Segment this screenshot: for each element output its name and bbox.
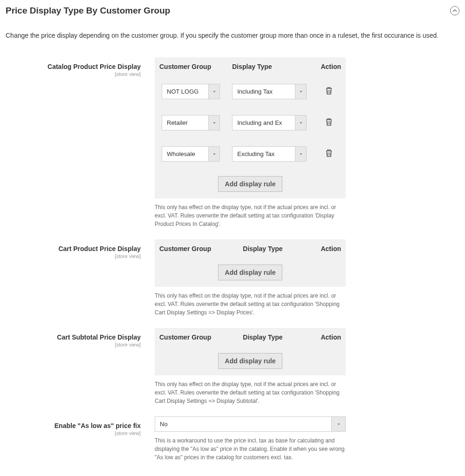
cart-help-text: This only has effect on the display type…: [155, 292, 346, 317]
catalog-rules-table: Customer Group Display Type Action NOT L…: [155, 57, 346, 198]
header-group: Customer Group: [155, 239, 238, 258]
customer-group-select[interactable]: NOT LOGG: [162, 84, 220, 99]
table-row: NOT LOGG Including Tax: [155, 76, 346, 107]
select-value: No: [155, 417, 331, 431]
subtotal-rules-table: Customer Group Display Type Action Add d…: [155, 328, 346, 375]
customer-group-select[interactable]: Wholesale: [162, 146, 220, 162]
display-type-select[interactable]: Including and Ex: [232, 115, 307, 130]
catalog-label: Catalog Product Price Display: [48, 63, 141, 70]
header-action: Action: [305, 239, 346, 258]
section-description: Change the price display depending on th…: [6, 31, 459, 41]
chevron-down-icon: [295, 116, 306, 130]
table-row: Wholesale Excluding Tax: [155, 138, 346, 170]
display-type-select[interactable]: Excluding Tax: [232, 146, 307, 162]
select-value: Retailer: [162, 116, 208, 130]
table-row: Retailer Including and Ex: [155, 107, 346, 138]
header-type: Display Type: [238, 328, 305, 347]
cart-label: Cart Product Price Display: [58, 245, 141, 252]
aslowas-help-text: This is a workaround to use the price in…: [155, 436, 346, 462]
delete-rule-button[interactable]: [325, 151, 333, 159]
delete-rule-button[interactable]: [325, 89, 333, 96]
select-value: Excluding Tax: [232, 147, 295, 161]
table-row: Add display rule: [155, 347, 346, 375]
add-display-rule-button[interactable]: Add display rule: [218, 353, 283, 369]
chevron-down-icon: [331, 417, 345, 431]
cart-scope: [store view]: [6, 253, 141, 259]
display-type-select[interactable]: Including Tax: [232, 84, 307, 99]
subtotal-help-text: This only has effect on the display type…: [155, 380, 346, 405]
table-row: Add display rule: [155, 170, 346, 198]
header-type: Display Type: [227, 57, 315, 76]
header-group: Customer Group: [155, 57, 227, 76]
subtotal-scope: [store view]: [6, 342, 141, 347]
collapse-toggle[interactable]: [450, 6, 459, 15]
trash-icon: [325, 118, 333, 126]
select-value: Wholesale: [162, 147, 208, 161]
trash-icon: [325, 87, 333, 95]
cart-rules-table: Customer Group Display Type Action Add d…: [155, 239, 346, 287]
chevron-down-icon: [208, 116, 219, 130]
chevron-down-icon: [295, 84, 306, 99]
chevron-down-icon: [208, 147, 219, 161]
section-title: Price Display Type By Customer Group: [6, 6, 170, 16]
header-action: Action: [305, 328, 346, 347]
aslowas-scope: [store view]: [6, 430, 141, 436]
table-row: Add display rule: [155, 258, 346, 287]
header-action: Action: [315, 57, 346, 76]
customer-group-select[interactable]: Retailer: [162, 115, 220, 130]
add-display-rule-button[interactable]: Add display rule: [218, 176, 283, 192]
select-value: Including and Ex: [232, 116, 295, 130]
chevron-down-icon: [208, 84, 219, 99]
trash-icon: [325, 149, 333, 157]
add-display-rule-button[interactable]: Add display rule: [218, 265, 283, 280]
select-value: Including Tax: [232, 84, 295, 99]
subtotal-label: Cart Subtotal Price Display: [57, 333, 141, 341]
select-value: NOT LOGG: [162, 84, 208, 99]
aslowas-label: Enable "As low as" price fix: [55, 422, 141, 429]
chevron-up-icon: [452, 8, 457, 13]
aslowas-select[interactable]: No: [155, 416, 346, 432]
catalog-help-text: This only has effect on the display type…: [155, 203, 346, 228]
header-group: Customer Group: [155, 328, 238, 347]
header-type: Display Type: [238, 239, 305, 258]
delete-rule-button[interactable]: [325, 120, 333, 128]
catalog-scope: [store view]: [6, 71, 141, 77]
chevron-down-icon: [295, 147, 306, 161]
